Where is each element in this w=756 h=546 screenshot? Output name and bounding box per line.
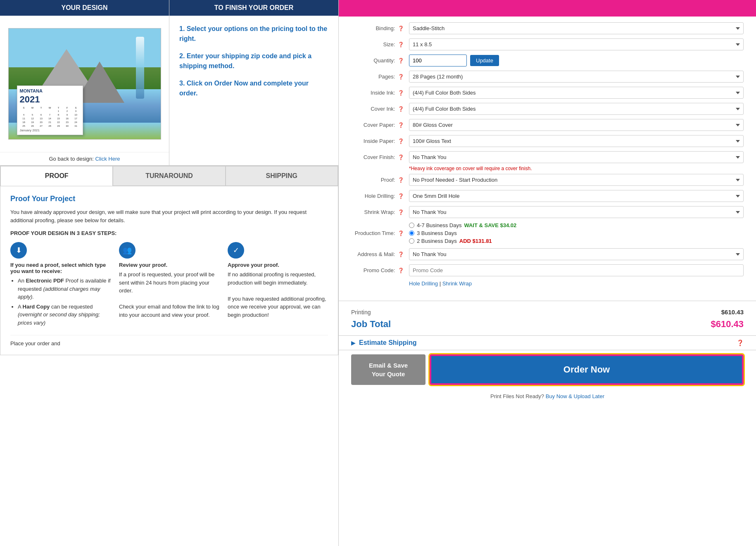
promo-help-icon[interactable]: ❓ bbox=[398, 268, 404, 273]
production-time-label: Production Time: ❓ bbox=[351, 230, 409, 236]
shrink-wrap-select[interactable]: No Thank You bbox=[409, 206, 744, 218]
cover-paper-select[interactable]: 80# Gloss Cover bbox=[409, 119, 744, 131]
quantity-input[interactable] bbox=[409, 55, 467, 66]
buy-upload-link[interactable]: Buy Now & Upload Later bbox=[546, 393, 604, 399]
tab-proof[interactable]: PROOF bbox=[0, 166, 113, 186]
prod-option-2[interactable]: 3 Business Days bbox=[409, 230, 744, 236]
order-now-button[interactable]: Order Now bbox=[430, 354, 744, 385]
cover-finish-warning: *Heavy ink coverage on cover will requir… bbox=[409, 166, 744, 171]
step-1-title: If you need a proof, select which type y… bbox=[10, 262, 111, 274]
cal-year: 2021 bbox=[20, 94, 80, 105]
pages-select[interactable]: 28 Pages (12 month) bbox=[409, 71, 744, 83]
print-files-text: Print Files Not Ready? bbox=[490, 393, 544, 399]
calendar-front: MONTANA 2021 SMTWTFS 123 45678910 111213… bbox=[17, 85, 83, 135]
address-mail-select[interactable]: No Thank You bbox=[409, 248, 744, 260]
hole-drilling-link[interactable]: Hole Drilling bbox=[409, 280, 438, 287]
hole-drilling-help-icon[interactable]: ❓ bbox=[398, 193, 404, 199]
size-select[interactable]: 11 x 8.5 bbox=[409, 38, 744, 50]
binding-label: Binding: ❓ bbox=[351, 25, 409, 31]
totals-section: Printing $610.43 Job Total $610.43 bbox=[339, 305, 756, 335]
go-back-link[interactable]: Click Here bbox=[95, 156, 120, 162]
estimate-shipping-label[interactable]: Estimate Shipping bbox=[359, 339, 417, 347]
step-2-title: Review your proof. bbox=[119, 262, 219, 268]
action-row: Email & SaveYour Quote Order Now bbox=[339, 350, 756, 389]
estimate-shipping-row: ▶ Estimate Shipping ❓ bbox=[339, 335, 756, 350]
prod-label-3: 2 Business Days bbox=[417, 238, 457, 244]
estimate-help-icon[interactable]: ❓ bbox=[737, 339, 744, 346]
finish-step-3: 3. Click on Order Now and complete your … bbox=[179, 78, 328, 98]
inside-paper-select[interactable]: 100# Gloss Text bbox=[409, 135, 744, 147]
prod-option-1[interactable]: 4-7 Business Days WAIT & SAVE $34.02 bbox=[409, 222, 744, 228]
cover-paper-help-icon[interactable]: ❓ bbox=[398, 122, 404, 128]
proof-row: Proof: ❓ No Proof Needed - Start Product… bbox=[351, 174, 744, 186]
cover-finish-help-icon[interactable]: ❓ bbox=[398, 154, 404, 160]
shrink-wrap-link[interactable]: Shrink Wrap bbox=[442, 280, 472, 287]
top-bar bbox=[339, 0, 756, 17]
proof-help-icon[interactable]: ❓ bbox=[398, 177, 404, 183]
finish-order-header: TO FINISH YOUR ORDER bbox=[169, 0, 338, 16]
step-3-icon: ✓ bbox=[228, 242, 244, 259]
calendar-image: MONTANA 2021 SMTWTFS 123 45678910 111213… bbox=[8, 28, 161, 140]
bottom-link-row: Print Files Not Ready? Buy Now & Upload … bbox=[339, 389, 756, 404]
pages-label: Pages: ❓ bbox=[351, 74, 409, 80]
proof-steps: ⬇ If you need a proof, select which type… bbox=[10, 242, 328, 328]
cover-ink-help-icon[interactable]: ❓ bbox=[398, 106, 404, 112]
shrink-wrap-label: Shrink Wrap: ❓ bbox=[351, 209, 409, 215]
your-design-header: YOUR DESIGN bbox=[0, 0, 169, 16]
cover-finish-label: Cover Finish: ❓ bbox=[351, 154, 409, 160]
proof-desc: You have already approved your design, w… bbox=[10, 208, 328, 224]
binding-row: Binding: ❓ Saddle-Stitch bbox=[351, 22, 744, 34]
tabs-header: PROOF TURNAROUND SHIPPING bbox=[0, 166, 338, 186]
binding-select[interactable]: Saddle-Stitch bbox=[409, 22, 744, 34]
prod-radio-1[interactable] bbox=[409, 223, 414, 228]
cover-ink-label: Cover Ink: ❓ bbox=[351, 106, 409, 112]
promo-input[interactable] bbox=[409, 264, 744, 276]
hole-drilling-label: Hole Drilling: ❓ bbox=[351, 193, 409, 199]
hole-drilling-select[interactable]: One 5mm Drill Hole bbox=[409, 190, 744, 202]
inside-paper-help-icon[interactable]: ❓ bbox=[398, 138, 404, 144]
size-label: Size: ❓ bbox=[351, 41, 409, 47]
tabs-section: PROOF TURNAROUND SHIPPING Proof Your Pro… bbox=[0, 166, 338, 355]
finish-step-2: 2. Enter your shipping zip code and pick… bbox=[179, 51, 328, 71]
form-divider bbox=[339, 301, 756, 301]
production-time-help-icon[interactable]: ❓ bbox=[398, 230, 404, 236]
binding-help-icon[interactable]: ❓ bbox=[398, 26, 404, 31]
cal-grid: SMTWTFS 123 45678910 11121314151617 1819… bbox=[20, 107, 80, 128]
design-image-area: MONTANA 2021 SMTWTFS 123 45678910 111213… bbox=[0, 16, 169, 152]
job-total-label: Job Total bbox=[351, 319, 391, 330]
pages-row: Pages: ❓ 28 Pages (12 month) bbox=[351, 71, 744, 83]
proof-bottom-text: Place your order and bbox=[10, 335, 328, 347]
printing-row: Printing $610.43 bbox=[351, 307, 744, 317]
proof-title: Proof Your Project bbox=[10, 195, 328, 203]
tab-shipping[interactable]: SHIPPING bbox=[226, 166, 338, 186]
quantity-input-group: Update bbox=[409, 55, 499, 66]
size-help-icon[interactable]: ❓ bbox=[398, 42, 404, 47]
proof-field-label: Proof: ❓ bbox=[351, 177, 409, 183]
address-mail-label: Address & Mail: ❓ bbox=[351, 251, 409, 257]
inside-ink-row: Inside Ink: ❓ (4/4) Full Color Both Side… bbox=[351, 87, 744, 99]
cover-paper-row: Cover Paper: ❓ 80# Gloss Cover bbox=[351, 119, 744, 131]
cover-finish-select[interactable]: No Thank You bbox=[409, 151, 744, 163]
proof-step-3: ✓ Approve your proof. If no additional p… bbox=[228, 242, 328, 328]
inside-ink-help-icon[interactable]: ❓ bbox=[398, 90, 404, 96]
proof-select[interactable]: No Proof Needed - Start Production bbox=[409, 174, 744, 186]
prod-option-3[interactable]: 2 Business Days ADD $131.81 bbox=[409, 238, 744, 244]
proof-tab-content: Proof Your Project You have already appr… bbox=[0, 186, 338, 355]
cover-ink-select[interactable]: (4/4) Full Color Both Sides bbox=[409, 103, 744, 115]
shrink-wrap-help-icon[interactable]: ❓ bbox=[398, 209, 404, 215]
update-button[interactable]: Update bbox=[470, 55, 499, 66]
promo-code-row: Promo Code: ❓ bbox=[351, 264, 744, 276]
address-mail-help-icon[interactable]: ❓ bbox=[398, 252, 404, 257]
quantity-help-icon[interactable]: ❓ bbox=[398, 58, 404, 64]
step-2-body: If a proof is requested, your proof will… bbox=[119, 271, 219, 319]
finish-order-content: 1. Select your options on the pricing to… bbox=[169, 16, 338, 114]
inside-paper-label: Inside Paper: ❓ bbox=[351, 138, 409, 144]
prod-radio-3[interactable] bbox=[409, 238, 414, 244]
tab-turnaround[interactable]: TURNAROUND bbox=[113, 166, 225, 186]
address-mail-row: Address & Mail: ❓ No Thank You bbox=[351, 248, 744, 260]
prod-radio-2[interactable] bbox=[409, 230, 414, 236]
inside-ink-select[interactable]: (4/4) Full Color Both Sides bbox=[409, 87, 744, 99]
promo-code-label: Promo Code: ❓ bbox=[351, 267, 409, 273]
email-save-button[interactable]: Email & SaveYour Quote bbox=[351, 354, 426, 385]
pages-help-icon[interactable]: ❓ bbox=[398, 74, 404, 80]
